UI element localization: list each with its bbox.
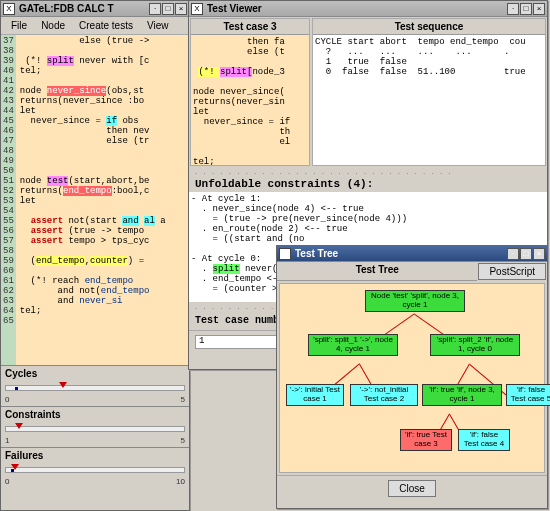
x-logo-icon: X xyxy=(191,3,203,15)
separator-dots-icon: . . . . . . . . . . . . . . . . . . . . … xyxy=(189,167,547,176)
menu-create-tests[interactable]: Create tests xyxy=(73,19,139,32)
cycles-slider[interactable] xyxy=(5,385,185,391)
tree-header-label: Test Tree xyxy=(277,262,477,281)
maximize-icon[interactable]: □ xyxy=(162,3,174,15)
test-case-label: Test case 3 xyxy=(191,19,309,35)
slider-thumb-icon[interactable] xyxy=(15,423,23,429)
close-icon[interactable]: × xyxy=(533,248,545,260)
postscript-button[interactable]: PostScript xyxy=(478,263,546,280)
close-icon[interactable]: × xyxy=(533,3,545,15)
constraints-group: Constraints 1 5 xyxy=(1,406,189,447)
slider-thumb-icon[interactable] xyxy=(59,382,67,388)
line-gutter: 37 38 39 40 41 42 43 44 45 46 47 48 49 5… xyxy=(1,35,16,365)
close-button[interactable]: Close xyxy=(388,480,436,497)
tree-node-split1[interactable]: 'split': split_1 '->', node 4, cycle 1 xyxy=(308,334,398,356)
failures-group: Failures 0 10 xyxy=(1,447,189,488)
code-lines[interactable]: else (true -> (*! split never with [c te… xyxy=(16,35,189,365)
tree-leaf-tc5[interactable]: 'if': false Test case 5 xyxy=(506,384,550,406)
failures-label: Failures xyxy=(5,450,185,461)
main-title: GATeL:FDB CALC T xyxy=(19,3,149,14)
cycles-ticks: 0 5 xyxy=(5,395,185,404)
tree-title: Test Tree xyxy=(295,248,507,259)
tree-leaf-tc4[interactable]: 'if': false Test case 4 xyxy=(458,429,510,451)
test-sequence-table[interactable]: CYCLE start abort tempo end_tempo cou ? … xyxy=(313,35,545,165)
tree-node-iftrue[interactable]: 'if': true 'if', node 3, cycle 1 xyxy=(422,384,502,406)
cycles-group: Cycles 0 5 xyxy=(1,365,189,406)
test-tree-window: X Test Tree · □ × Test Tree PostScript N… xyxy=(276,245,548,509)
constraints-label: Constraints xyxy=(5,409,185,420)
tree-header-row: Test Tree PostScript xyxy=(277,262,547,281)
slider-thumb-icon[interactable] xyxy=(11,464,19,470)
constraints-title: Unfoldable constraints (4): xyxy=(189,176,547,192)
test-case-pane: Test case 3 then fa else (t (*! split[no… xyxy=(190,18,310,166)
tv-titlebar[interactable]: X Test Viewer · □ × xyxy=(189,1,547,17)
tv-title: Test Viewer xyxy=(207,3,507,14)
x-logo-icon: X xyxy=(279,248,291,260)
constraints-slider[interactable] xyxy=(5,426,185,432)
tree-leaf-tc3[interactable]: 'if': true Test case 3 xyxy=(400,429,452,451)
minimize-icon[interactable]: · xyxy=(507,3,519,15)
tree-button-row: Close xyxy=(277,475,547,501)
menu-file[interactable]: File xyxy=(5,19,33,32)
slider-dot-icon xyxy=(15,387,18,390)
main-code-area[interactable]: 37 38 39 40 41 42 43 44 45 46 47 48 49 5… xyxy=(1,35,189,365)
main-menubar: File Node Create tests View xyxy=(1,17,189,35)
maximize-icon[interactable]: □ xyxy=(520,248,532,260)
tree-titlebar[interactable]: X Test Tree · □ × xyxy=(277,246,547,262)
tree-leaf-tc1[interactable]: '->': initial Test case 1 xyxy=(286,384,344,406)
tree-leaf-tc2[interactable]: '->': not_initial Test case 2 xyxy=(350,384,418,406)
test-sequence-pane: Test sequence CYCLE start abort tempo en… xyxy=(312,18,546,166)
failures-ticks: 0 10 xyxy=(5,477,185,486)
constraints-ticks: 1 5 xyxy=(5,436,185,445)
tv-top-split: Test case 3 then fa else (t (*! split[no… xyxy=(189,17,547,167)
gatel-main-window: X GATeL:FDB CALC T · □ × File Node Creat… xyxy=(0,0,190,511)
maximize-icon[interactable]: □ xyxy=(520,3,532,15)
tree-node-split2[interactable]: 'split': split_2 'if', node 1, cycle 0 xyxy=(430,334,520,356)
cycles-label: Cycles xyxy=(5,368,185,379)
menu-node[interactable]: Node xyxy=(35,19,71,32)
main-titlebar[interactable]: X GATeL:FDB CALC T · □ × xyxy=(1,1,189,17)
close-icon[interactable]: × xyxy=(175,3,187,15)
test-case-code[interactable]: then fa else (t (*! split[node_3 node ne… xyxy=(191,35,309,165)
test-sequence-label: Test sequence xyxy=(313,19,545,35)
tree-node-root[interactable]: Node 'test' 'split', node 3, cycle 1 xyxy=(365,290,465,312)
menu-view[interactable]: View xyxy=(141,19,175,32)
minimize-icon[interactable]: · xyxy=(149,3,161,15)
failures-slider[interactable] xyxy=(5,467,185,473)
x-logo-icon: X xyxy=(3,3,15,15)
tree-canvas[interactable]: Node 'test' 'split', node 3, cycle 1 'sp… xyxy=(279,283,545,473)
minimize-icon[interactable]: · xyxy=(507,248,519,260)
